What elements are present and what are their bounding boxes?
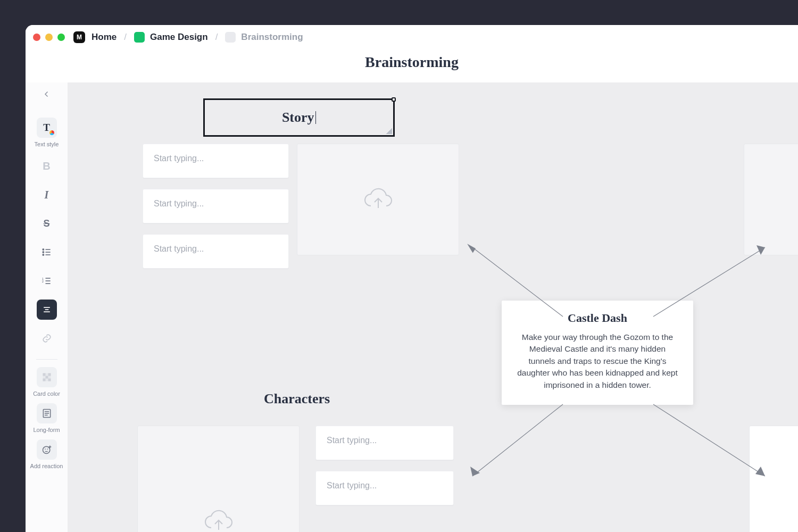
card[interactable] — [749, 426, 798, 532]
workarea: T Text style B I S 1 2 — [26, 82, 798, 532]
canvas[interactable]: Story Start typing... Start typing... St… — [68, 82, 798, 532]
heading-characters-text: Characters — [264, 391, 330, 407]
bulleted-list-icon — [41, 247, 52, 257]
svg-rect-16 — [48, 373, 51, 376]
card-color-label: Card color — [33, 390, 60, 397]
note-placeholder: Start typing... — [327, 436, 377, 445]
minimize-window-button[interactable] — [45, 34, 53, 41]
breadcrumb-current-label: Brainstorming — [241, 32, 303, 43]
app-window: M Home / Game Design / Brainstorming Bra… — [26, 25, 798, 532]
bold-button[interactable]: B — [37, 156, 57, 176]
breadcrumb-project[interactable]: Game Design — [134, 32, 208, 43]
zoom-window-button[interactable] — [57, 34, 65, 41]
svg-point-2 — [43, 252, 44, 253]
breadcrumb-current[interactable]: Brainstorming — [225, 32, 303, 43]
breadcrumb-home[interactable]: Home — [92, 32, 117, 43]
upload-card[interactable] — [744, 144, 798, 255]
svg-rect-19 — [48, 379, 51, 381]
breadcrumb-project-label: Game Design — [150, 32, 208, 43]
heading-story-text: Story — [282, 110, 314, 126]
svg-marker-30 — [467, 243, 476, 253]
svg-point-25 — [45, 448, 46, 450]
add-reaction-label: Add reaction — [30, 463, 63, 469]
window-controls — [33, 34, 65, 41]
align-center-icon — [41, 304, 52, 315]
heading-card-characters[interactable]: Characters — [201, 386, 393, 412]
italic-button[interactable]: I — [37, 185, 57, 205]
svg-rect-15 — [43, 373, 45, 376]
heading-card-story[interactable]: Story — [203, 98, 395, 137]
format-sidebar: T Text style B I S 1 2 — [26, 82, 68, 532]
svg-rect-18 — [43, 379, 45, 381]
note-placeholder: Start typing... — [154, 199, 204, 208]
app-logo-icon: M — [73, 31, 85, 43]
bold-icon: B — [43, 160, 50, 172]
strikethrough-button[interactable]: S — [37, 213, 57, 234]
svg-point-0 — [43, 249, 44, 250]
strikethrough-icon: S — [43, 218, 49, 229]
text-style-glyph-icon: T — [43, 122, 50, 134]
card-color-button[interactable] — [37, 367, 57, 387]
svg-line-33 — [472, 404, 563, 476]
link-icon — [41, 333, 52, 344]
bulleted-list-button[interactable] — [37, 242, 57, 262]
cloud-upload-icon — [363, 187, 394, 212]
long-form-icon — [41, 408, 52, 419]
note-card[interactable]: Start typing... — [315, 426, 454, 460]
page-title: Brainstorming — [26, 49, 798, 82]
central-card[interactable]: Castle Dash Make your way through the Go… — [502, 301, 693, 405]
numbered-list-icon: 1 2 — [41, 276, 52, 286]
close-window-button[interactable] — [33, 34, 40, 41]
breadcrumb: Home / Game Design / Brainstorming — [92, 32, 303, 43]
svg-line-35 — [653, 404, 765, 476]
note-card[interactable]: Start typing... — [143, 234, 289, 269]
long-form-label: Long-form — [33, 427, 60, 433]
resize-handle[interactable] — [386, 128, 392, 134]
titlebar: M Home / Game Design / Brainstorming — [26, 25, 798, 49]
add-reaction-button[interactable] — [37, 439, 57, 460]
note-placeholder: Start typing... — [327, 481, 377, 490]
central-card-body: Make your way through the Gozom to the M… — [517, 331, 678, 391]
sidebar-back-button[interactable] — [36, 87, 57, 102]
note-card[interactable]: Start typing... — [143, 144, 289, 178]
text-style-button[interactable]: T — [37, 118, 57, 138]
breadcrumb-separator: / — [124, 32, 127, 43]
cloud-upload-icon — [203, 509, 234, 532]
text-style-label: Text style — [35, 141, 59, 147]
link-button[interactable] — [37, 328, 57, 348]
sidebar-separator — [36, 359, 57, 360]
svg-text:2: 2 — [41, 280, 43, 283]
numbered-list-button[interactable]: 1 2 — [37, 271, 57, 291]
svg-point-26 — [47, 448, 48, 450]
note-placeholder: Start typing... — [154, 154, 204, 163]
italic-icon: I — [45, 189, 49, 201]
note-card[interactable]: Start typing... — [315, 471, 454, 505]
note-placeholder: Start typing... — [154, 244, 204, 253]
svg-point-4 — [43, 254, 44, 255]
page-color-chip — [225, 32, 236, 43]
svg-marker-34 — [470, 467, 480, 476]
project-color-chip — [134, 32, 145, 43]
long-form-button[interactable] — [37, 403, 57, 423]
svg-rect-17 — [45, 376, 48, 379]
breadcrumb-separator: / — [215, 32, 218, 43]
text-caret — [315, 111, 317, 124]
upload-card[interactable] — [137, 426, 300, 532]
svg-point-24 — [43, 446, 49, 453]
connector-arrow — [462, 396, 579, 481]
add-reaction-icon — [41, 444, 52, 455]
note-card[interactable]: Start typing... — [143, 189, 289, 223]
transparency-icon — [41, 372, 52, 383]
text-color-accent-icon — [49, 130, 54, 135]
selection-handle[interactable] — [392, 97, 396, 102]
central-card-title: Castle Dash — [517, 311, 678, 325]
align-center-button[interactable] — [37, 300, 57, 320]
upload-card[interactable] — [297, 144, 459, 255]
